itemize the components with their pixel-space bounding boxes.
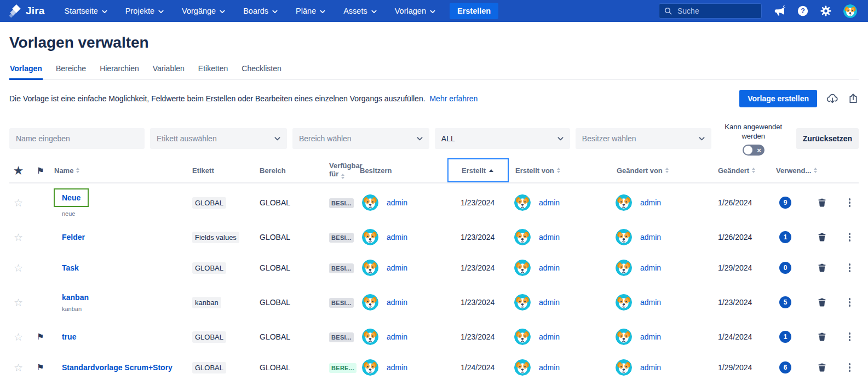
owner-link[interactable]: admin <box>387 233 407 242</box>
row-menu-button[interactable] <box>834 298 859 307</box>
modifier-link[interactable]: admin <box>640 198 661 207</box>
modifier-avatar[interactable] <box>616 194 632 211</box>
usage-count-badge[interactable]: 9 <box>779 197 791 209</box>
modifier-link[interactable]: admin <box>640 233 661 242</box>
owner-avatar[interactable] <box>362 329 378 345</box>
reset-button[interactable]: Zurücksetzen <box>796 128 859 149</box>
modifier-link[interactable]: admin <box>640 363 661 372</box>
create-button[interactable]: Erstellen <box>450 3 498 19</box>
header-besitzern[interactable]: Besitzern <box>358 166 458 175</box>
applicable-toggle[interactable]: × <box>743 145 764 156</box>
favorite-star-icon[interactable]: ☆ <box>9 331 33 343</box>
learn-more-link[interactable]: Mehr erfahren <box>429 94 478 103</box>
creator-avatar[interactable] <box>514 229 531 245</box>
nav-item-vorgänge[interactable]: Vorgänge <box>182 7 225 15</box>
template-name-link[interactable]: true <box>62 332 76 341</box>
usage-count-badge[interactable]: 6 <box>779 361 791 373</box>
delete-button[interactable] <box>809 332 834 342</box>
favorite-star-icon[interactable]: ☆ <box>9 296 33 309</box>
creator-avatar[interactable] <box>514 329 531 345</box>
header-erstellt-von[interactable]: Erstellt von <box>513 166 614 175</box>
tab-checklisten[interactable]: Checklisten <box>241 61 281 80</box>
creator-link[interactable]: admin <box>539 298 560 307</box>
header-verfuegbar-fuer[interactable]: Verfügbar für <box>327 162 358 179</box>
header-verwendungen[interactable]: Verwend... <box>774 166 809 175</box>
header-geaendert[interactable]: Geändert <box>716 166 774 175</box>
nav-item-assets[interactable]: Assets <box>343 7 377 15</box>
owner-link[interactable]: admin <box>387 263 407 272</box>
favorite-star-icon[interactable]: ☆ <box>9 231 33 244</box>
creator-link[interactable]: admin <box>539 198 560 207</box>
delete-button[interactable] <box>809 263 834 273</box>
tab-hierarchien[interactable]: Hierarchien <box>99 61 140 80</box>
header-name[interactable]: Name <box>53 166 190 175</box>
favorite-star-icon[interactable]: ☆ <box>9 197 33 209</box>
all-filter-select[interactable]: ALL <box>435 128 570 149</box>
creator-link[interactable]: admin <box>539 363 560 372</box>
owner-avatar[interactable] <box>362 229 378 245</box>
jira-logo[interactable]: Jira <box>9 4 45 18</box>
modifier-link[interactable]: admin <box>640 332 661 341</box>
export-button[interactable] <box>848 93 859 104</box>
modifier-avatar[interactable] <box>616 294 632 311</box>
template-name-link[interactable]: kanban <box>62 293 89 302</box>
search-input[interactable] <box>676 6 756 16</box>
owner-avatar[interactable] <box>362 294 378 311</box>
announcements-button[interactable] <box>774 5 785 17</box>
modifier-avatar[interactable] <box>616 359 632 376</box>
header-etikett[interactable]: Etikett <box>190 166 257 175</box>
owner-avatar[interactable] <box>362 359 378 376</box>
row-menu-button[interactable] <box>834 332 859 341</box>
nav-item-vorlagen[interactable]: Vorlagen <box>395 7 435 15</box>
modifier-avatar[interactable] <box>616 229 632 245</box>
nav-item-boards[interactable]: Boards <box>243 7 278 15</box>
modifier-avatar[interactable] <box>616 329 632 345</box>
favorite-column-star-icon[interactable]: ★ <box>9 166 33 175</box>
usage-count-badge[interactable]: 0 <box>779 262 791 274</box>
favorite-star-icon[interactable]: ☆ <box>9 361 33 374</box>
creator-avatar[interactable] <box>514 294 531 311</box>
row-menu-button[interactable] <box>834 263 859 272</box>
header-geaendert-von[interactable]: Geändert von <box>614 166 716 175</box>
user-avatar[interactable] <box>843 4 857 18</box>
bereich-filter-select[interactable]: Bereich wählen <box>292 128 429 149</box>
tab-etiketten[interactable]: Etiketten <box>198 61 228 80</box>
usage-count-badge[interactable]: 1 <box>779 231 791 243</box>
creator-avatar[interactable] <box>514 260 531 276</box>
creator-avatar[interactable] <box>514 194 531 211</box>
template-name-link[interactable]: Task <box>62 263 79 272</box>
row-menu-button[interactable] <box>834 233 859 242</box>
owner-avatar[interactable] <box>362 194 378 211</box>
owner-link[interactable]: admin <box>387 363 407 372</box>
besitzer-filter-select[interactable]: Besitzer wählen <box>576 128 711 149</box>
help-button[interactable] <box>797 5 808 16</box>
template-name-link[interactable]: Felder <box>62 233 85 242</box>
nav-item-projekte[interactable]: Projekte <box>125 7 164 15</box>
create-template-button[interactable]: Vorlage erstellen <box>739 90 817 107</box>
usage-count-badge[interactable]: 5 <box>779 296 791 308</box>
delete-button[interactable] <box>809 198 834 208</box>
row-menu-button[interactable] <box>834 198 859 207</box>
name-filter-input[interactable] <box>9 128 145 149</box>
import-button[interactable] <box>826 93 838 105</box>
creator-link[interactable]: admin <box>539 233 560 242</box>
tab-vorlagen[interactable]: Vorlagen <box>9 61 43 80</box>
modifier-link[interactable]: admin <box>640 298 661 307</box>
modifier-link[interactable]: admin <box>640 263 661 272</box>
owner-avatar[interactable] <box>362 260 378 276</box>
etikett-filter-select[interactable]: Etikett auswählen <box>150 128 287 149</box>
creator-avatar[interactable] <box>514 359 531 376</box>
usage-count-badge[interactable]: 1 <box>779 331 791 343</box>
template-name-link[interactable]: Neue <box>54 188 89 207</box>
global-search[interactable] <box>659 3 762 19</box>
delete-button[interactable] <box>809 363 834 372</box>
header-bereich[interactable]: Bereich <box>257 166 327 175</box>
tab-bereiche[interactable]: Bereiche <box>55 61 87 80</box>
creator-link[interactable]: admin <box>539 263 560 272</box>
modifier-avatar[interactable] <box>616 260 632 276</box>
owner-link[interactable]: admin <box>387 198 407 207</box>
tab-variablen[interactable]: Variablen <box>152 61 185 80</box>
creator-link[interactable]: admin <box>539 332 560 341</box>
nav-item-startseite[interactable]: Startseite <box>65 7 107 15</box>
delete-button[interactable] <box>809 232 834 242</box>
